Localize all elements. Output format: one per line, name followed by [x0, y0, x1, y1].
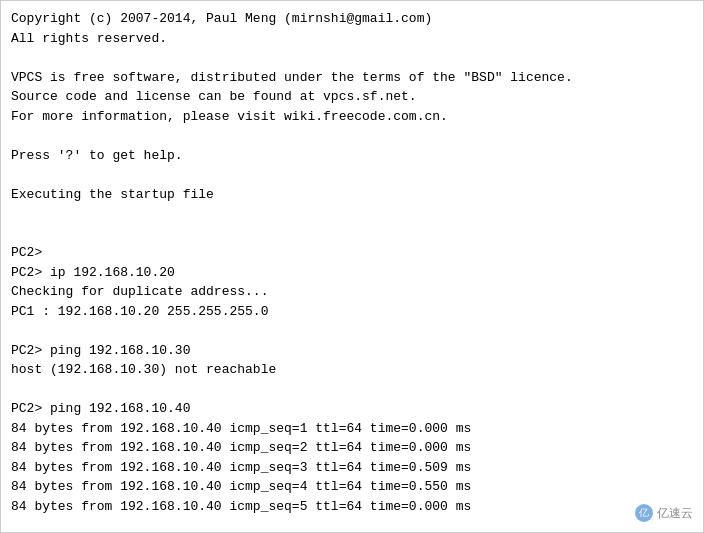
watermark-label: 亿速云 — [657, 505, 693, 522]
terminal-output[interactable]: Copyright (c) 2007-2014, Paul Meng (mirn… — [1, 1, 703, 532]
watermark: 亿 亿速云 — [635, 504, 693, 522]
watermark-icon: 亿 — [635, 504, 653, 522]
terminal-window: Copyright (c) 2007-2014, Paul Meng (mirn… — [0, 0, 704, 533]
